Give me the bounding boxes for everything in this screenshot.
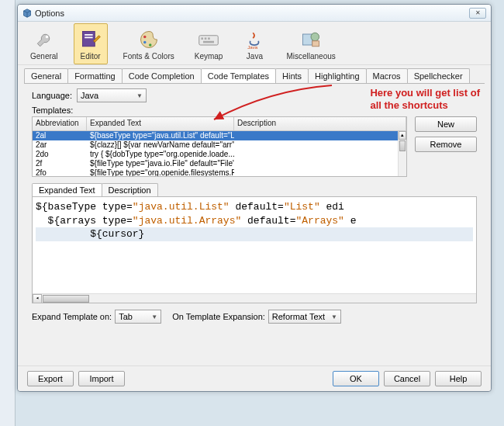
svg-text:Java: Java: [248, 44, 259, 50]
svg-point-4: [143, 35, 147, 38]
category-keymap-label: Keymap: [195, 52, 223, 61]
on-expansion-select[interactable]: Reformat Text▼: [268, 310, 341, 324]
svg-rect-3: [85, 36, 93, 38]
table-row[interactable]: 2dotry { ${dobType type="org.openide.loa…: [33, 150, 406, 159]
ok-button[interactable]: OK: [333, 371, 379, 386]
tab-hints[interactable]: Hints: [275, 68, 309, 83]
java-icon: Java: [243, 28, 266, 51]
hscrollbar[interactable]: ◂: [33, 293, 476, 303]
category-general[interactable]: General: [26, 23, 63, 64]
help-button[interactable]: Help: [435, 371, 482, 386]
palette-icon: [137, 28, 161, 51]
category-editor[interactable]: Editor: [74, 23, 108, 64]
subtab-expanded[interactable]: Expanded Text: [32, 183, 102, 196]
tab-code-templates[interactable]: Code Templates: [201, 68, 276, 83]
chevron-down-icon: ▼: [331, 313, 337, 320]
svg-point-14: [311, 33, 319, 41]
tab-spellchecker[interactable]: Spellchecker: [407, 68, 470, 83]
table-row[interactable]: 2al${baseType type="java.util.List" defa…: [33, 131, 406, 140]
editor-icon: [79, 28, 102, 51]
svg-rect-7: [199, 35, 219, 44]
svg-point-0: [46, 35, 49, 38]
window-title: Options: [35, 9, 469, 18]
close-icon[interactable]: ✕: [469, 8, 486, 19]
category-toolbar: General Editor Fonts & Colors Keymap Jav…: [18, 22, 491, 65]
tab-completion[interactable]: Code Completion: [122, 68, 202, 83]
language-select[interactable]: Java ▼: [77, 88, 147, 102]
svg-rect-1: [82, 31, 95, 46]
on-expansion-label: On Template Expansion:: [172, 312, 265, 321]
expand-on-select[interactable]: Tab▼: [115, 310, 161, 324]
chevron-down-icon: ▼: [151, 313, 157, 320]
col-expanded[interactable]: Expanded Text: [87, 117, 234, 130]
app-icon: [22, 9, 32, 18]
svg-point-6: [149, 43, 152, 47]
category-fonts-label: Fonts & Colors: [123, 52, 174, 61]
expanded-text-editor[interactable]: ${baseType type="java.util.List" default…: [32, 196, 477, 303]
wrench-icon: [33, 28, 56, 51]
svg-rect-10: [208, 37, 210, 40]
language-label: Language:: [32, 91, 72, 100]
templates-table[interactable]: Abbreviation Expanded Text Description 2…: [32, 116, 407, 177]
table-row[interactable]: 2fo${fileType type="org.openide.filesyst…: [33, 168, 406, 177]
category-editor-label: Editor: [81, 52, 101, 61]
language-value: Java: [81, 91, 98, 100]
vscrollbar[interactable]: ▴: [398, 131, 406, 176]
remove-button[interactable]: Remove: [415, 137, 477, 152]
svg-rect-11: [203, 40, 214, 43]
svg-rect-2: [85, 34, 93, 36]
subtab-description[interactable]: Description: [102, 183, 158, 196]
tab-general[interactable]: General: [24, 68, 68, 83]
new-button[interactable]: New: [415, 116, 477, 132]
category-java-label: Java: [247, 52, 263, 61]
annotation-text: Here you will get list ofall the shortcu…: [370, 87, 480, 111]
titlebar[interactable]: Options ✕: [18, 5, 491, 22]
dialog-footer: Export Import OK Cancel Help: [18, 365, 491, 391]
code-templates-panel: Here you will get list ofall the shortcu…: [24, 83, 485, 365]
cancel-button[interactable]: Cancel: [384, 371, 430, 386]
svg-rect-8: [201, 37, 203, 40]
category-misc[interactable]: Miscellaneous: [281, 23, 340, 64]
tab-highlighting[interactable]: Highlighting: [308, 68, 366, 83]
misc-icon: [299, 28, 323, 51]
col-abbr[interactable]: Abbreviation: [33, 117, 87, 130]
expand-on-label: Expand Template on:: [32, 312, 112, 321]
table-row[interactable]: 2f${fileType type="java.io.File" default…: [33, 159, 406, 168]
chevron-down-icon: ▼: [136, 92, 143, 99]
svg-rect-9: [205, 37, 207, 40]
category-keymap[interactable]: Keymap: [190, 23, 228, 64]
category-fonts[interactable]: Fonts & Colors: [119, 23, 179, 64]
col-desc[interactable]: Description: [234, 117, 406, 130]
editor-tabs: General Formatting Code Completion Code …: [18, 65, 491, 83]
category-general-label: General: [30, 52, 58, 61]
svg-point-5: [143, 40, 147, 43]
import-button[interactable]: Import: [78, 371, 125, 386]
options-dialog: Options ✕ General Editor Fonts & Colors …: [17, 4, 492, 392]
category-misc-label: Miscellaneous: [286, 52, 335, 61]
svg-rect-15: [312, 40, 319, 46]
tab-macros[interactable]: Macros: [366, 68, 408, 83]
export-button[interactable]: Export: [27, 371, 74, 386]
table-row[interactable]: 2ar${clazz}[] ${var newVarName default="…: [33, 140, 406, 150]
category-java[interactable]: Java Java: [238, 23, 271, 64]
tab-formatting[interactable]: Formatting: [67, 68, 123, 83]
keyboard-icon: [197, 28, 220, 51]
